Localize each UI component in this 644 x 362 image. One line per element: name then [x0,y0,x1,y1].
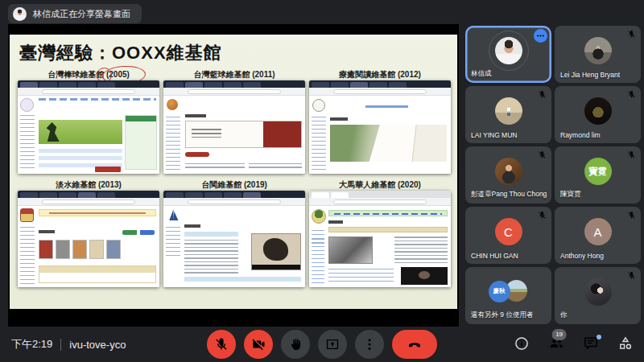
meeting-info: 下午2:19 ivu-tove-yco [11,327,126,362]
section-bar [184,277,301,282]
mic-off-icon [627,271,636,280]
participant-name: Lei Jia Heng Bryant [560,71,620,79]
link-list [328,269,394,284]
participant-tile[interactable]: C CHIN HUI GAN [465,207,551,264]
basketball-wiki-logo [167,99,178,110]
section-bar [328,227,448,232]
browser-url-bar [163,88,305,96]
video-thumbnail [401,267,448,285]
book-photo-banner [330,125,447,162]
red-button [185,152,209,157]
mic-mute-button[interactable] [207,330,236,359]
thumb [89,240,104,259]
participant-tile[interactable]: Lei Jia Heng Bryant [555,26,641,83]
thumb [72,240,87,259]
people-panel-button[interactable]: 19 [547,335,565,353]
browser-tab-bar [309,80,451,88]
participant-tile-self[interactable]: 你 [555,267,641,324]
green-banner [39,120,122,144]
wiki-cell: 台灣棒球維基館 (2005) [18,68,159,174]
avatar: C [495,218,522,245]
sidebar-links [166,117,180,171]
statue-video-thumbnail [251,233,301,270]
tile-options-button[interactable] [534,29,547,43]
raise-hand-button[interactable] [281,330,310,359]
mic-off-icon [627,30,636,39]
call-controls [207,330,437,359]
participant-name: 陳寶霓 [560,190,581,200]
participant-name: 彭道章Pang Thou Chong [471,190,547,200]
participant-tile[interactable]: 寶霓 陳寶霓 [555,146,641,204]
presentation-slide: 臺灣經驗：OOXX維基館 台灣棒球維基館 (2005) [10,35,457,309]
bottom-bar: 下午2:19 ivu-tove-yco 19 [0,327,644,362]
historic-photo [328,237,373,264]
browser-tab-bar [163,191,305,198]
baseball-wiki-logo [20,98,34,112]
green-nav-strip [328,210,448,216]
link-grid [335,168,443,169]
wiki-caption: 台灣籃球維基館 (2011) [163,68,305,80]
thumb [56,240,70,259]
wiki-cell: 大馬華人維基館 (2020) [309,179,451,287]
shared-screen: 臺灣經驗：OOXX維基館 台灣棒球維基館 (2005) [8,24,459,327]
chat-panel-button[interactable] [582,335,600,353]
participants-grid: 林信成 Lei Jia Heng Bryant LAI YING MUN Ray… [465,26,641,324]
wiki-caption: 療癒閱讀維基館 (2012) [309,68,451,80]
browser-url-bar [18,198,159,206]
participant-tile-overflow[interactable]: 慶秋 還有另外 9 位使用者 [465,267,551,324]
red-button [95,167,121,172]
sidebar-links [312,117,326,171]
participant-name: Anthony Hong [560,252,604,260]
browser-url-bar [18,88,159,96]
wiki-page [18,206,159,287]
participant-tile-presenter[interactable]: 林信成 [465,26,551,83]
avatar [584,37,612,64]
participant-name: 林信成 [471,69,492,79]
activities-button[interactable] [617,335,634,353]
thumb [39,240,53,259]
avatar: A [584,218,612,245]
avatar: 慶秋 [489,281,510,302]
overflow-count-label: 還有另外 9 位使用者 [471,311,533,320]
tamsui-wiki-logo [20,208,34,222]
overflow-avatars: 慶秋 [489,280,529,302]
page-heading [39,230,55,233]
screen-share-notification: 林信成正在分享螢幕畫面 [8,4,142,23]
tree-logo [312,209,326,224]
wiki-page [163,96,305,174]
end-call-button[interactable] [392,330,437,359]
avatar [495,37,522,64]
intro-column [249,163,302,170]
wiki-caption: 淡水維基館 (2013) [18,179,159,191]
participant-tile[interactable]: LAI YING MUN [465,86,551,143]
participant-name: Raymond lim [560,131,601,139]
presenter-avatar [13,7,27,21]
text-block [184,240,238,274]
notice-banner [39,209,156,216]
meeting-details-button[interactable] [513,335,530,353]
browser-url-bar [309,88,451,96]
participant-tile[interactable]: 彭道章Pang Thou Chong [465,146,551,204]
participant-name: LAI YING MUN [471,131,517,139]
avatar [495,158,522,185]
wiki-screenshot-taiwanmin [163,191,305,287]
present-screen-button[interactable] [318,330,347,359]
wiki-caption: 大馬華人維基館 (2020) [309,179,451,191]
camera-off-button[interactable] [244,330,273,359]
mic-off-icon [627,150,636,159]
avatar [495,97,522,125]
wiki-screenshot-reading [309,80,451,174]
wiki-page [163,206,305,287]
banner-box [185,121,302,148]
photo-thumbnails [39,240,121,259]
participant-tile[interactable]: A Anthony Hong [555,207,641,264]
notification-text: 林信成正在分享螢幕畫面 [33,8,130,20]
wiki-page [309,206,451,287]
wiki-screenshot-basketball [163,80,305,174]
panel-buttons: 19 [513,327,634,362]
more-options-button[interactable] [355,330,384,359]
sidebar-links [20,227,35,284]
participant-tile[interactable]: Raymond lim [555,86,641,143]
browser-tab-bar [163,80,305,88]
sidebar-links [312,230,324,284]
